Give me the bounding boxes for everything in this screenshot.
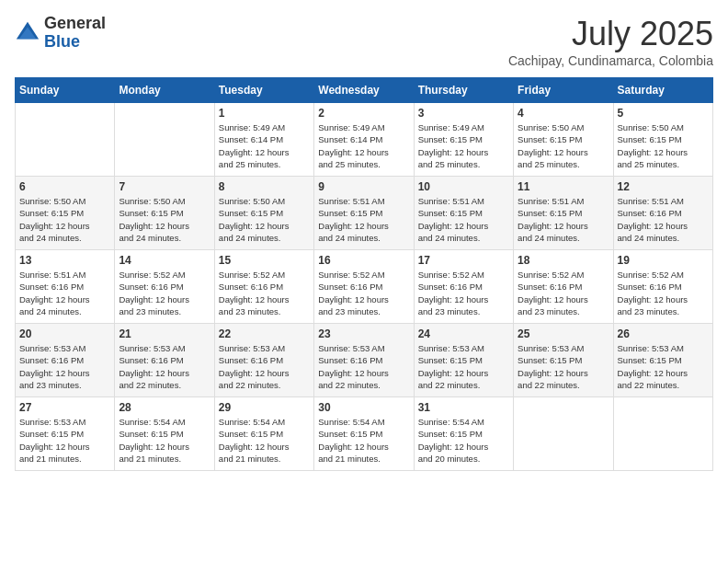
- day-number: 7: [119, 180, 210, 193]
- calendar-day-cell: 9Sunrise: 5:51 AM Sunset: 6:15 PM Daylig…: [314, 177, 414, 250]
- day-info: Sunrise: 5:53 AM Sunset: 6:16 PM Dayligh…: [219, 342, 310, 391]
- logo-text: General Blue: [44, 15, 106, 52]
- day-number: 6: [19, 180, 110, 193]
- logo-blue-text: Blue: [44, 33, 106, 52]
- calendar-day-cell: 15Sunrise: 5:52 AM Sunset: 6:16 PM Dayli…: [214, 250, 313, 324]
- day-info: Sunrise: 5:52 AM Sunset: 6:16 PM Dayligh…: [219, 269, 310, 317]
- day-number: 25: [518, 327, 609, 340]
- day-info: Sunrise: 5:53 AM Sunset: 6:16 PM Dayligh…: [318, 342, 409, 391]
- day-number: 23: [318, 327, 409, 340]
- calendar-day-cell: 11Sunrise: 5:51 AM Sunset: 6:15 PM Dayli…: [514, 177, 613, 250]
- day-number: 21: [119, 327, 210, 340]
- day-number: 5: [618, 107, 709, 120]
- day-number: 28: [119, 401, 210, 414]
- calendar-day-cell: 5Sunrise: 5:50 AM Sunset: 6:15 PM Daylig…: [613, 103, 712, 177]
- day-info: Sunrise: 5:53 AM Sunset: 6:15 PM Dayligh…: [518, 342, 609, 391]
- day-info: Sunrise: 5:54 AM Sunset: 6:15 PM Dayligh…: [219, 416, 310, 465]
- calendar-day-cell: [16, 103, 115, 177]
- weekday-header: Tuesday: [214, 78, 313, 103]
- day-info: Sunrise: 5:50 AM Sunset: 6:15 PM Dayligh…: [618, 121, 709, 170]
- calendar-day-cell: 21Sunrise: 5:53 AM Sunset: 6:16 PM Dayli…: [115, 324, 214, 397]
- weekday-header: Saturday: [613, 78, 712, 103]
- month-title: July 2025: [508, 15, 713, 53]
- day-info: Sunrise: 5:54 AM Sunset: 6:15 PM Dayligh…: [318, 416, 409, 465]
- calendar-day-cell: 30Sunrise: 5:54 AM Sunset: 6:15 PM Dayli…: [314, 397, 414, 471]
- calendar-day-cell: 8Sunrise: 5:50 AM Sunset: 6:15 PM Daylig…: [214, 177, 313, 250]
- calendar-day-cell: 20Sunrise: 5:53 AM Sunset: 6:16 PM Dayli…: [16, 324, 115, 397]
- calendar-day-cell: 10Sunrise: 5:51 AM Sunset: 6:15 PM Dayli…: [414, 177, 513, 250]
- calendar-day-cell: 4Sunrise: 5:50 AM Sunset: 6:15 PM Daylig…: [514, 103, 613, 177]
- calendar-week-row: 27Sunrise: 5:53 AM Sunset: 6:15 PM Dayli…: [16, 397, 713, 471]
- calendar-day-cell: 29Sunrise: 5:54 AM Sunset: 6:15 PM Dayli…: [214, 397, 313, 471]
- day-info: Sunrise: 5:51 AM Sunset: 6:16 PM Dayligh…: [618, 195, 709, 244]
- day-info: Sunrise: 5:50 AM Sunset: 6:15 PM Dayligh…: [518, 121, 609, 170]
- day-info: Sunrise: 5:49 AM Sunset: 6:14 PM Dayligh…: [219, 121, 310, 170]
- day-info: Sunrise: 5:52 AM Sunset: 6:16 PM Dayligh…: [418, 269, 509, 317]
- weekday-header: Sunday: [16, 78, 115, 103]
- day-number: 27: [19, 401, 110, 414]
- day-number: 26: [618, 327, 709, 340]
- weekday-header: Wednesday: [314, 78, 414, 103]
- day-number: 29: [219, 401, 310, 414]
- day-number: 10: [418, 180, 509, 193]
- calendar-day-cell: [514, 397, 613, 471]
- logo-icon: [15, 20, 40, 46]
- day-number: 11: [518, 180, 609, 193]
- weekday-header: Monday: [115, 78, 214, 103]
- day-number: 24: [418, 327, 509, 340]
- day-number: 18: [518, 254, 609, 267]
- day-info: Sunrise: 5:51 AM Sunset: 6:16 PM Dayligh…: [19, 269, 110, 317]
- location-text: Cachipay, Cundinamarca, Colombia: [508, 53, 713, 68]
- day-info: Sunrise: 5:50 AM Sunset: 6:15 PM Dayligh…: [219, 195, 310, 244]
- calendar-table: SundayMondayTuesdayWednesdayThursdayFrid…: [15, 77, 713, 471]
- page-header: General Blue July 2025 Cachipay, Cundina…: [15, 15, 713, 68]
- calendar-day-cell: 12Sunrise: 5:51 AM Sunset: 6:16 PM Dayli…: [613, 177, 712, 250]
- day-info: Sunrise: 5:51 AM Sunset: 6:15 PM Dayligh…: [418, 195, 509, 244]
- day-info: Sunrise: 5:53 AM Sunset: 6:16 PM Dayligh…: [119, 342, 210, 391]
- calendar-day-cell: 24Sunrise: 5:53 AM Sunset: 6:15 PM Dayli…: [414, 324, 513, 397]
- calendar-day-cell: 28Sunrise: 5:54 AM Sunset: 6:15 PM Dayli…: [115, 397, 214, 471]
- day-number: 8: [219, 180, 310, 193]
- calendar-day-cell: 25Sunrise: 5:53 AM Sunset: 6:15 PM Dayli…: [514, 324, 613, 397]
- calendar-day-cell: 17Sunrise: 5:52 AM Sunset: 6:16 PM Dayli…: [414, 250, 513, 324]
- calendar-day-cell: 14Sunrise: 5:52 AM Sunset: 6:16 PM Dayli…: [115, 250, 214, 324]
- calendar-day-cell: [115, 103, 214, 177]
- calendar-day-cell: 22Sunrise: 5:53 AM Sunset: 6:16 PM Dayli…: [214, 324, 313, 397]
- calendar-day-cell: 18Sunrise: 5:52 AM Sunset: 6:16 PM Dayli…: [514, 250, 613, 324]
- calendar-body: 1Sunrise: 5:49 AM Sunset: 6:14 PM Daylig…: [16, 103, 713, 471]
- logo: General Blue: [15, 15, 106, 52]
- day-info: Sunrise: 5:52 AM Sunset: 6:16 PM Dayligh…: [318, 269, 409, 317]
- day-number: 31: [418, 401, 509, 414]
- calendar-day-cell: 7Sunrise: 5:50 AM Sunset: 6:15 PM Daylig…: [115, 177, 214, 250]
- day-number: 15: [219, 254, 310, 267]
- day-number: 30: [318, 401, 409, 414]
- weekday-header: Friday: [514, 78, 613, 103]
- day-info: Sunrise: 5:52 AM Sunset: 6:16 PM Dayligh…: [119, 269, 210, 317]
- day-number: 4: [518, 107, 609, 120]
- day-info: Sunrise: 5:53 AM Sunset: 6:16 PM Dayligh…: [19, 342, 110, 391]
- day-number: 16: [318, 254, 409, 267]
- day-info: Sunrise: 5:52 AM Sunset: 6:16 PM Dayligh…: [618, 269, 709, 317]
- calendar-day-cell: 23Sunrise: 5:53 AM Sunset: 6:16 PM Dayli…: [314, 324, 414, 397]
- day-info: Sunrise: 5:52 AM Sunset: 6:16 PM Dayligh…: [518, 269, 609, 317]
- calendar-day-cell: [613, 397, 712, 471]
- title-block: July 2025 Cachipay, Cundinamarca, Colomb…: [508, 15, 713, 68]
- day-number: 9: [318, 180, 409, 193]
- calendar-day-cell: 27Sunrise: 5:53 AM Sunset: 6:15 PM Dayli…: [16, 397, 115, 471]
- day-number: 3: [418, 107, 509, 120]
- day-info: Sunrise: 5:51 AM Sunset: 6:15 PM Dayligh…: [518, 195, 609, 244]
- calendar-day-cell: 13Sunrise: 5:51 AM Sunset: 6:16 PM Dayli…: [16, 250, 115, 324]
- day-number: 13: [19, 254, 110, 267]
- day-info: Sunrise: 5:51 AM Sunset: 6:15 PM Dayligh…: [318, 195, 409, 244]
- calendar-day-cell: 3Sunrise: 5:49 AM Sunset: 6:15 PM Daylig…: [414, 103, 513, 177]
- day-number: 12: [618, 180, 709, 193]
- calendar-day-cell: 19Sunrise: 5:52 AM Sunset: 6:16 PM Dayli…: [613, 250, 712, 324]
- calendar-header: SundayMondayTuesdayWednesdayThursdayFrid…: [16, 78, 713, 103]
- day-info: Sunrise: 5:53 AM Sunset: 6:15 PM Dayligh…: [418, 342, 509, 391]
- logo-general-text: General: [44, 15, 106, 33]
- calendar-day-cell: 1Sunrise: 5:49 AM Sunset: 6:14 PM Daylig…: [214, 103, 313, 177]
- calendar-week-row: 13Sunrise: 5:51 AM Sunset: 6:16 PM Dayli…: [16, 250, 713, 324]
- day-number: 14: [119, 254, 210, 267]
- calendar-day-cell: 26Sunrise: 5:53 AM Sunset: 6:15 PM Dayli…: [613, 324, 712, 397]
- day-number: 22: [219, 327, 310, 340]
